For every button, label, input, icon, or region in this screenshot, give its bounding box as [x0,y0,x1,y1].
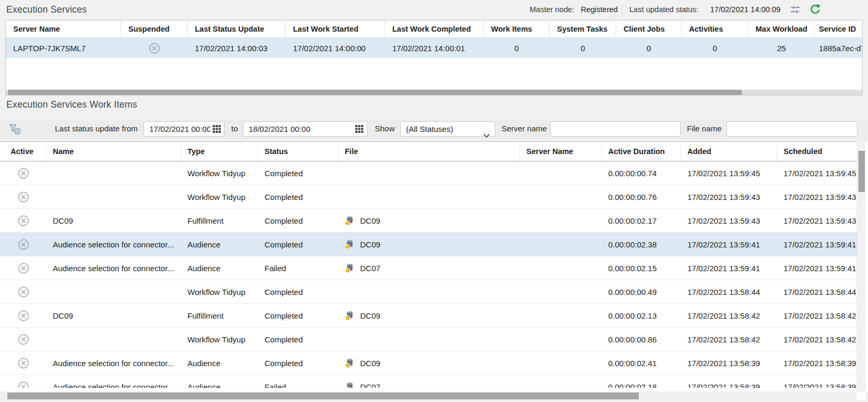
cell-added: 17/02/2021 13:58:42 [681,335,777,344]
column-header[interactable]: Max Workload [748,21,815,37]
circle-x-icon[interactable] [17,310,30,322]
cell-server-name: LAPTOP-7JK7SML7 [6,44,121,53]
scrollbar-thumb[interactable] [8,90,742,95]
file-name-label: File name [687,124,722,133]
cell-status: Failed [258,264,338,273]
column-header[interactable]: Activities [682,21,748,37]
table-row[interactable]: Workflow Tidyup Completed 0.00:00:00.74 … [0,161,857,185]
scrollbar-thumb[interactable] [7,393,639,399]
refresh-icon[interactable] [809,3,822,16]
table-row[interactable]: Audience selection for connector... Audi… [0,233,857,256]
horizontal-scrollbar[interactable] [0,391,857,400]
column-header[interactable]: Active [0,142,46,161]
cell-active [0,310,46,322]
cell-active [0,286,46,298]
cell-file-text: DC09 [360,240,380,249]
cell-last-work-completed: 17/02/2021 14:00:01 [385,44,484,53]
column-header[interactable]: System Tasks [550,21,616,37]
column-header[interactable]: Work Items [484,21,550,37]
column-header[interactable]: Type [181,142,258,161]
cell-type: Audience [181,382,258,388]
cell-file [338,192,520,202]
settings-sliders-icon[interactable] [789,3,801,16]
table-row[interactable]: Audience selection for connector... Audi… [0,256,857,280]
circle-x-icon[interactable] [17,238,30,251]
column-header[interactable]: Server Name [6,21,121,37]
column-header[interactable]: Added [681,142,777,161]
work-items-rows: Workflow Tidyup Completed 0.00:00:00.74 … [0,161,857,388]
table-row[interactable]: Workflow Tidyup Completed 0.00:00:00.76 … [0,185,857,209]
cell-scheduled: 17/02/2021 13:59:41 [777,240,857,249]
cell-type: Workflow Tidyup [181,193,258,202]
cell-status: Completed [258,216,338,225]
date-from-input[interactable] [144,121,224,137]
server-name-input[interactable] [550,121,681,137]
cell-status: Completed [258,359,338,368]
cell-status: Completed [258,240,338,249]
circle-x-icon[interactable] [17,215,30,227]
cell-type: Workflow Tidyup [181,169,258,178]
column-header[interactable]: Status [258,142,338,161]
circle-x-icon[interactable] [17,333,30,346]
column-header[interactable]: Service ID [815,21,862,37]
table-row[interactable]: Audience selection for connector... Audi… [0,351,857,375]
horizontal-scrollbar[interactable] [6,90,862,95]
vertical-scrollbar[interactable] [857,141,865,391]
table-row[interactable]: Workflow Tidyup Completed 0.00:00:00.86 … [0,328,857,351]
database-icon [345,358,355,368]
status-select[interactable]: (All Statuses) [400,121,495,137]
database-icon [345,310,355,321]
circle-x-icon[interactable] [17,262,30,274]
column-header[interactable]: Server Name [520,142,602,161]
cell-active [0,357,46,369]
column-header[interactable]: Active Duration [602,142,681,161]
table-row[interactable]: DC09 Fulfillment Completed DC09 0.00:00:… [0,304,857,328]
cell-file-text: DC09 [360,359,380,368]
file-name-input[interactable] [727,121,857,137]
cell-added: 17/02/2021 13:59:43 [681,216,777,225]
date-to-input[interactable] [243,121,367,137]
column-header[interactable]: Scheduled [777,142,857,161]
cell-added: 17/02/2021 13:59:41 [681,264,777,273]
column-header[interactable]: Last Status Update [187,21,286,37]
cell-active [0,262,46,274]
circle-x-icon[interactable] [17,191,30,203]
cell-active-duration: 0.00:00:00.74 [602,169,681,178]
cell-added: 17/02/2021 13:58:42 [681,311,777,320]
filter-funnel-icon [8,123,21,136]
table-row[interactable]: DC09 Fulfillment Completed DC09 0.00:00:… [0,209,857,233]
cell-active-duration: 0.00:00:00.86 [602,335,681,344]
cell-suspended [121,42,187,54]
database-icon [345,381,355,388]
scrollbar-thumb[interactable] [858,151,865,192]
column-header[interactable]: Suspended [121,21,187,37]
server-name-label: Server name [502,124,547,133]
chevron-down-icon [483,128,490,132]
circle-x-icon[interactable] [17,286,30,298]
table-row[interactable]: Workflow Tidyup Completed 0.00:00:00.49 … [0,280,857,304]
column-header[interactable]: Last Work Started [286,21,385,37]
cell-work-items: 0 [484,44,550,53]
cell-name: Audience selection for connector... [46,264,181,273]
column-header[interactable]: File [338,142,520,161]
execution-services-header: Execution Services Master node: Register… [0,0,868,19]
table-row[interactable]: LAPTOP-7JK7SML7 17/02/2021 14:00:03 17/0… [6,38,862,58]
circle-x-icon[interactable] [17,357,30,369]
cell-scheduled: 17/02/2021 13:58:42 [777,335,857,344]
cell-status: Completed [258,169,338,178]
cell-scheduled: 17/02/2021 13:59:41 [777,264,857,273]
circle-x-icon[interactable] [17,167,30,179]
date-from-label: Last status update from [55,124,138,133]
column-header[interactable]: Name [46,142,181,161]
circle-x-icon[interactable] [17,381,30,388]
cell-type: Fulfillment [181,216,258,225]
cell-type: Workflow Tidyup [181,288,258,296]
table-row[interactable]: Audience selection for connector... Audi… [0,375,857,388]
cell-status: Completed [258,335,338,344]
column-header[interactable]: Last Work Completed [385,21,484,37]
circle-x-icon [148,42,161,54]
cell-type: Fulfillment [181,311,258,320]
column-header[interactable]: Client Jobs [616,21,682,37]
cell-file-text: DC07 [360,382,380,388]
cell-active-duration: 0.00:00:02.18 [602,382,681,388]
